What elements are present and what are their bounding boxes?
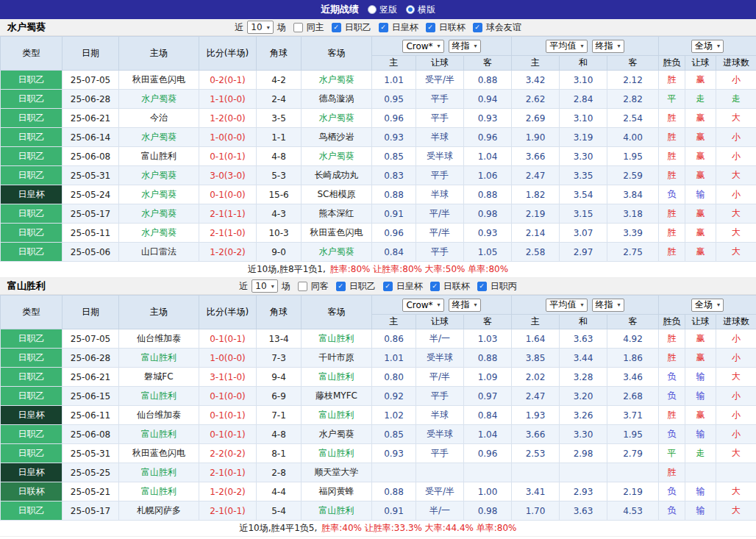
league-filter-label: 日联杯 <box>439 21 466 34</box>
match-type-badge: 日职乙 <box>1 109 63 128</box>
home-team-link[interactable]: 水户蜀葵 <box>119 185 199 204</box>
average-select[interactable]: 平均值▾ <box>546 40 587 53</box>
away-team-link[interactable]: 水户蜀葵 <box>302 71 372 90</box>
home-team-link[interactable]: 磐城FC <box>119 368 199 387</box>
euro-away-odds <box>607 463 659 482</box>
result-goals: 小 <box>716 425 756 444</box>
home-team-link[interactable]: 秋田蓝色闪电 <box>119 444 199 463</box>
euro-draw-odds: 3.26 <box>560 406 607 425</box>
same-venue-checkbox[interactable] <box>293 23 303 32</box>
radio-icon[interactable] <box>406 5 415 14</box>
away-team-link[interactable]: 富山胜利 <box>302 444 372 463</box>
home-team-link[interactable]: 富山胜利 <box>119 482 199 501</box>
match-type-badge: 日职乙 <box>1 368 63 387</box>
asian-handicap: 平手 <box>416 444 464 463</box>
summary-rates: 胜率:40% 让胜率:33.3% 大率:44.4% 单率:80% <box>321 522 516 535</box>
away-team-link[interactable]: 水户蜀葵 <box>302 147 372 166</box>
home-team-link[interactable]: 富山胜利 <box>119 387 199 406</box>
home-team-link[interactable]: 富山胜利 <box>119 147 199 166</box>
away-team-link[interactable]: 千叶市原 <box>302 349 372 368</box>
league-filter-checkbox[interactable]: ✓ <box>383 282 393 291</box>
match-date: 25-06-14 <box>63 128 119 147</box>
home-team-link[interactable]: 秋田蓝色闪电 <box>119 71 199 90</box>
away-team-link[interactable]: 富山胜利 <box>302 368 372 387</box>
home-team-link[interactable]: 富山胜利 <box>119 463 199 482</box>
bookmaker-select[interactable]: Crow*▾ <box>402 40 443 53</box>
home-team-link[interactable]: 仙台维加泰 <box>119 406 199 425</box>
home-team-link[interactable]: 今治 <box>119 109 199 128</box>
away-team-link[interactable]: 鸟栖沙岩 <box>302 128 372 147</box>
league-filter-checkbox[interactable]: ✓ <box>336 282 346 291</box>
home-team-link[interactable]: 仙台维加泰 <box>119 329 199 349</box>
league-filter-checkbox[interactable]: ✓ <box>332 23 341 32</box>
odds-time-select-2-value: 终指 <box>596 40 613 52</box>
home-team-link[interactable]: 水户蜀葵 <box>119 166 199 185</box>
asian-handicap: 半球 <box>416 185 464 204</box>
away-team-link[interactable]: 水户蜀葵 <box>302 109 372 128</box>
away-team-link[interactable]: 富山胜利 <box>302 406 372 425</box>
summary-record: 近10场,胜8平1负1, <box>248 263 326 276</box>
home-team-link[interactable]: 水户蜀葵 <box>119 90 199 109</box>
result-goals: 大 <box>716 204 756 224</box>
match-count-select[interactable]: 10▾ <box>252 279 277 293</box>
home-team-link[interactable]: 水户蜀葵 <box>119 204 199 224</box>
odds-time-select-2[interactable]: 终指▾ <box>592 40 624 53</box>
summary-line: 近10场,胜4平1负5, 胜率:40% 让胜率:33.3% 大率:44.4% 单… <box>0 521 756 537</box>
away-team-link[interactable]: 顺天堂大学 <box>302 463 372 482</box>
home-team-link[interactable]: 山口雷法 <box>119 243 199 262</box>
odds-time-select[interactable]: 终指▾ <box>449 299 481 312</box>
odds-time-select[interactable]: 终指▾ <box>449 40 481 53</box>
asian-home-odds: 0.85 <box>372 425 416 444</box>
league-filter-checkbox[interactable]: ✓ <box>477 282 487 291</box>
euro-home-odds: 2.02 <box>512 368 560 387</box>
home-team-link[interactable]: 富山胜利 <box>119 349 199 368</box>
corner-score: 2-8 <box>257 463 302 482</box>
away-team-link[interactable]: 富山胜利 <box>302 501 372 521</box>
league-filter-checkbox[interactable]: ✓ <box>473 23 482 32</box>
away-team-link[interactable]: 水户蜀葵 <box>302 243 372 262</box>
home-team-link[interactable]: 水户蜀葵 <box>119 128 199 147</box>
euro-draw-odds: 3.44 <box>560 349 607 368</box>
result-handicap: 赢 <box>685 224 716 243</box>
layout-radio-option[interactable]: 竖版 <box>368 4 397 16</box>
average-select[interactable]: 平均值▾ <box>546 299 587 312</box>
result-goals: 小 <box>716 387 756 406</box>
col-asian-handicap: 让球 <box>416 315 464 329</box>
asian-away-odds: 0.98 <box>464 501 512 521</box>
away-team-link[interactable]: 秋田蓝色闪电 <box>302 224 372 243</box>
fulltime-select[interactable]: 全场▾ <box>691 299 724 312</box>
away-team-link[interactable]: 熊本深红 <box>302 204 372 224</box>
league-filter-checkbox[interactable]: ✓ <box>430 282 440 291</box>
away-team-link[interactable]: SC相模原 <box>302 185 372 204</box>
league-filter-checkbox[interactable]: ✓ <box>426 23 435 32</box>
away-team-link[interactable]: 富山胜利 <box>302 329 372 349</box>
home-team-link[interactable]: 水户蜀葵 <box>119 224 199 243</box>
match-score: 0-2(0-1) <box>199 71 257 90</box>
home-team-link[interactable]: 富山胜利 <box>119 425 199 444</box>
away-team-link[interactable]: 藤枝MYFC <box>302 387 372 406</box>
match-row: 日职乙25-06-08富山胜利0-1(0-1)4-8水户蜀葵0.85受半球1.0… <box>1 147 756 166</box>
home-team-link[interactable]: 札幌冈萨多 <box>119 501 199 521</box>
league-filter-checkbox[interactable]: ✓ <box>379 23 388 32</box>
away-team-link[interactable]: 长崎成功丸 <box>302 166 372 185</box>
summary-rates: 胜率:80% 让胜率:80% 大率:50% 单率:80% <box>330 263 508 276</box>
layout-radio-option[interactable]: 横版 <box>406 4 435 16</box>
same-venue-checkbox[interactable] <box>298 282 307 291</box>
away-team-link[interactable]: 福冈黄蜂 <box>302 482 372 501</box>
bookmaker-select[interactable]: Crow*▾ <box>402 299 443 312</box>
away-team-link[interactable]: 水户蜀葵 <box>302 425 372 444</box>
col-euro-home: 主 <box>512 56 560 71</box>
result-handicap: 赢 <box>685 243 716 262</box>
fulltime-select[interactable]: 全场▾ <box>691 40 724 53</box>
col-euro-draw: 和 <box>560 315 607 329</box>
away-team-link[interactable]: 德岛漩涡 <box>302 90 372 109</box>
col-score: 比分(半场) <box>199 296 257 329</box>
result-goals <box>716 463 756 482</box>
radio-icon[interactable] <box>368 5 377 14</box>
asian-handicap <box>416 463 464 482</box>
match-count-select[interactable]: 10▾ <box>247 21 273 34</box>
match-row: 日职乙25-05-11水户蜀葵2-1(1-0)10-3秋田蓝色闪电0.96平/半… <box>1 224 756 243</box>
match-type-badge: 日职乙 <box>1 147 63 166</box>
euro-home-odds: 2.19 <box>512 204 560 224</box>
odds-time-select-2[interactable]: 终指▾ <box>592 299 624 312</box>
